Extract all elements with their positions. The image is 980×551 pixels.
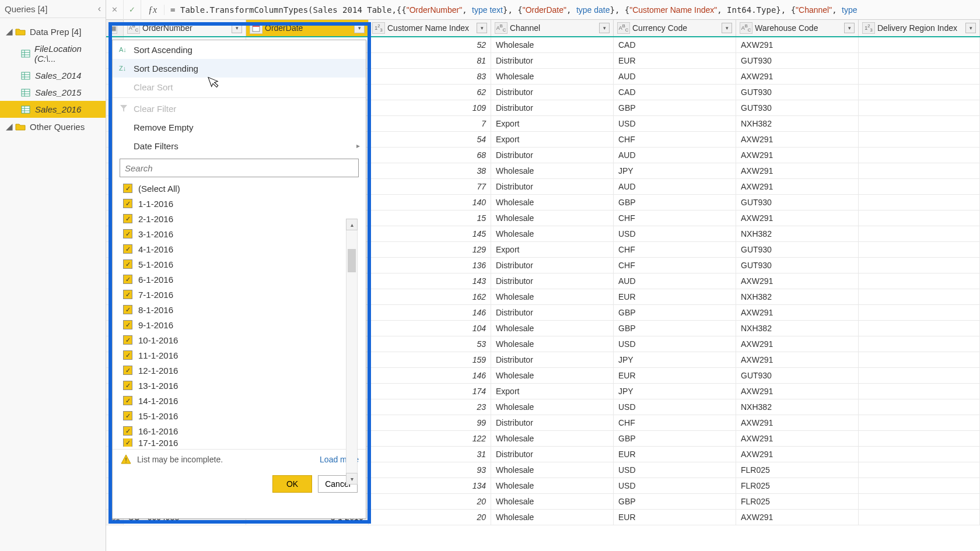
cell-currency[interactable]: CHF [614, 242, 736, 257]
tree-toggle-icon[interactable]: ◢ [6, 121, 13, 132]
filter-value-item[interactable]: ✓1-1-2016 [123, 196, 359, 211]
cell-currency[interactable]: JPY [614, 384, 736, 399]
cell-warehouse[interactable]: AXW291 [736, 69, 859, 84]
cell-channel[interactable]: Export [491, 116, 614, 131]
cell-delivery-region[interactable] [859, 415, 980, 430]
cell-warehouse[interactable]: GUT930 [736, 195, 859, 210]
cell-customer-index[interactable]: 162 [369, 289, 491, 304]
formula-accept-icon[interactable]: ✓ [124, 0, 141, 20]
cell-customer-index[interactable]: 143 [369, 273, 491, 289]
column-filter-dropdown-icon[interactable]: ▾ [477, 23, 487, 33]
cell-channel[interactable]: Export [491, 242, 614, 257]
cell-delivery-region[interactable] [859, 242, 980, 257]
checkbox-icon[interactable]: ✓ [123, 199, 132, 208]
cell-channel[interactable]: Wholesale [491, 37, 614, 52]
cell-warehouse[interactable]: NXH382 [736, 399, 859, 415]
type-icon[interactable]: 123 [372, 22, 385, 34]
filter-value-item[interactable]: ✓16-1-2016 [123, 423, 359, 438]
cell-delivery-region[interactable] [859, 132, 980, 147]
column-header-channel[interactable]: ABC Channel ▾ [491, 20, 614, 36]
cell-currency[interactable]: GBP [614, 195, 736, 210]
checkbox-icon[interactable]: ✓ [123, 259, 132, 269]
cell-delivery-region[interactable] [859, 258, 980, 273]
cell-channel[interactable]: Wholesale [491, 431, 614, 446]
scroll-down-icon[interactable]: ▾ [346, 473, 358, 485]
fx-icon[interactable]: ƒx [141, 5, 164, 15]
filter-select-all[interactable]: ✓(Select All) [123, 181, 359, 196]
cell-customer-index[interactable]: 68 [369, 148, 491, 163]
cell-customer-index[interactable]: 174 [369, 384, 491, 399]
cell-currency[interactable]: GBP [614, 494, 736, 509]
cell-customer-index[interactable]: 23 [369, 399, 491, 415]
cell-currency[interactable]: CHF [614, 132, 736, 147]
sort-ascending-item[interactable]: A↓ Sort Ascending [113, 40, 366, 59]
cell-delivery-region[interactable] [859, 321, 980, 336]
cell-warehouse[interactable]: AXW291 [736, 37, 859, 52]
cell-channel[interactable]: Distributor [491, 415, 614, 430]
sort-descending-item[interactable]: Z↓ Sort Descending [113, 59, 366, 78]
cell-channel[interactable]: Wholesale [491, 494, 614, 509]
type-icon[interactable]: ABC [127, 22, 140, 34]
filter-value-item[interactable]: ✓5-1-2016 [123, 257, 359, 272]
cell-warehouse[interactable]: AXW291 [736, 415, 859, 430]
cell-channel[interactable]: Distributor [491, 179, 614, 194]
cell-currency[interactable]: GBP [614, 321, 736, 336]
collapse-sidebar-icon[interactable]: ‹ [98, 3, 101, 14]
cell-customer-index[interactable]: 140 [369, 195, 491, 210]
filter-value-item[interactable]: ✓3-1-2016 [123, 226, 359, 241]
column-filter-dropdown-icon[interactable]: ▾ [232, 23, 242, 33]
scroll-track[interactable] [346, 230, 358, 473]
filter-value-item[interactable]: ✓6-1-2016 [123, 272, 359, 287]
cell-delivery-region[interactable] [859, 226, 980, 241]
filter-list-scrollbar[interactable]: ▴ ▾ [346, 219, 358, 485]
cell-customer-index[interactable]: 129 [369, 242, 491, 257]
cell-delivery-region[interactable] [859, 336, 980, 352]
cell-delivery-region[interactable] [859, 510, 980, 525]
cell-warehouse[interactable]: AXW291 [736, 132, 859, 147]
cell-currency[interactable]: EUR [614, 510, 736, 525]
ok-button[interactable]: OK [272, 475, 312, 493]
cell-warehouse[interactable]: AXW291 [736, 163, 859, 178]
filter-search-input[interactable] [120, 159, 359, 177]
tree-query-item[interactable]: Sales_2014 [0, 67, 106, 84]
cell-warehouse[interactable]: AXW291 [736, 210, 859, 226]
cell-customer-index[interactable]: 136 [369, 258, 491, 273]
cell-warehouse[interactable]: AXW291 [736, 305, 859, 320]
cell-warehouse[interactable]: GUT930 [736, 53, 859, 68]
cell-customer-index[interactable]: 83 [369, 69, 491, 84]
cell-customer-index[interactable]: 53 [369, 336, 491, 352]
cell-delivery-region[interactable] [859, 100, 980, 115]
cell-currency[interactable]: GBP [614, 100, 736, 115]
cell-delivery-region[interactable] [859, 273, 980, 289]
cell-delivery-region[interactable] [859, 305, 980, 320]
cell-warehouse[interactable]: AXW291 [736, 510, 859, 525]
cell-delivery-region[interactable] [859, 462, 980, 478]
cell-currency[interactable]: CHF [614, 258, 736, 273]
cell-currency[interactable]: CHF [614, 210, 736, 226]
cell-currency[interactable]: EUR [614, 368, 736, 383]
cell-delivery-region[interactable] [859, 478, 980, 493]
type-icon[interactable]: ABC [495, 22, 508, 34]
cell-delivery-region[interactable] [859, 431, 980, 446]
checkbox-icon[interactable]: ✓ [123, 275, 132, 284]
cell-channel[interactable]: Wholesale [491, 195, 614, 210]
cell-currency[interactable]: GBP [614, 431, 736, 446]
column-filter-dropdown-icon[interactable]: ▾ [844, 23, 855, 33]
tree-toggle-icon[interactable]: ◢ [6, 26, 13, 37]
cell-customer-index[interactable]: 146 [369, 368, 491, 383]
cell-warehouse[interactable]: AXW291 [736, 431, 859, 446]
cell-delivery-region[interactable] [859, 85, 980, 100]
cell-customer-index[interactable]: 134 [369, 478, 491, 493]
cell-customer-index[interactable]: 15 [369, 210, 491, 226]
filter-value-item[interactable]: ✓14-1-2016 [123, 393, 359, 408]
cell-channel[interactable]: Wholesale [491, 321, 614, 336]
cell-delivery-region[interactable] [859, 116, 980, 131]
cell-customer-index[interactable]: 122 [369, 431, 491, 446]
cell-warehouse[interactable]: AXW291 [736, 179, 859, 194]
column-filter-dropdown-icon[interactable]: ▾ [599, 23, 610, 33]
type-icon[interactable]: 123 [862, 22, 875, 34]
cell-currency[interactable]: EUR [614, 289, 736, 304]
cell-currency[interactable]: CAD [614, 37, 736, 52]
checkbox-icon[interactable]: ✓ [123, 244, 132, 254]
column-header-currency-code[interactable]: ABC Currency Code ▾ [614, 20, 736, 36]
